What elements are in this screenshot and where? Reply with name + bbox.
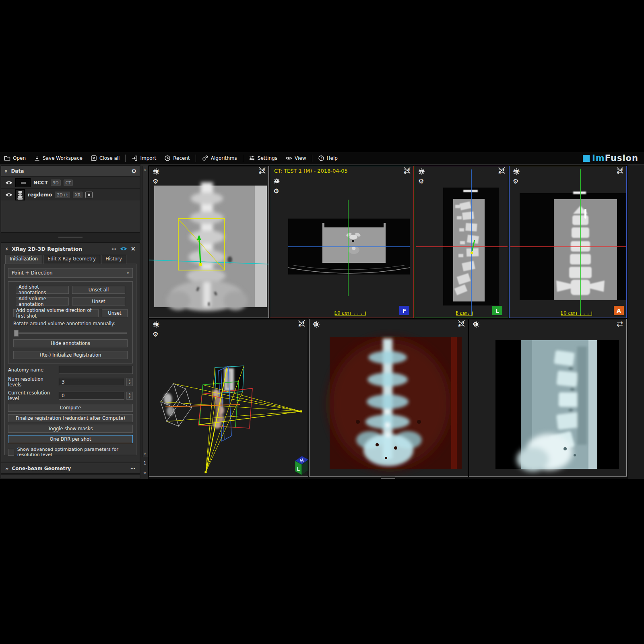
add-shot-annotations-button[interactable]: Add shot annotations — [16, 286, 69, 294]
viewport-3d-scene[interactable]: H L ≡ ⚙ ⇄ — [149, 319, 308, 477]
viewport-settings-icon[interactable]: ⚙ — [513, 178, 520, 185]
tab-history[interactable]: History — [101, 255, 126, 264]
collapsed-panel-strip — [1, 475, 140, 478]
compute-button[interactable]: Compute — [8, 404, 133, 412]
shot-annotation-overlay[interactable] — [149, 166, 269, 318]
anatomy-name-input[interactable] — [62, 367, 130, 373]
eye-icon — [285, 155, 292, 161]
hide-annotations-button[interactable]: Hide annotations — [13, 339, 128, 347]
maximize-icon[interactable] — [298, 320, 305, 327]
xray-lateral-image[interactable] — [469, 319, 627, 477]
view-button[interactable]: View — [281, 152, 310, 164]
reinitialize-registration-button[interactable]: (Re-) Initialize Registration — [13, 351, 128, 359]
maximize-icon[interactable] — [498, 167, 505, 174]
scroll-up-icon[interactable]: ∧ — [142, 167, 148, 171]
viewport-xray-ap[interactable]: ≡ ⚙ ⇄ — [149, 166, 269, 318]
toolbar-separator — [243, 155, 243, 162]
unset-volume-button[interactable]: Unset — [72, 297, 125, 305]
orientation-badge-f: F — [399, 306, 409, 315]
collapse-sidebar-icon[interactable]: « — [142, 469, 148, 475]
brightness-contrast-icon[interactable] — [313, 321, 320, 328]
viewport-settings-icon[interactable]: ⚙ — [418, 178, 425, 185]
left-sidebar: » Data ⚙ NCCT 3D CT regdemo 2D+t XR — [0, 164, 141, 479]
finalize-registration-button[interactable]: Finalize registration (redundant after C… — [8, 414, 133, 422]
crosshair-overlay[interactable] — [510, 166, 627, 318]
viewport-settings-icon[interactable]: ⚙ — [153, 178, 159, 185]
toggle-show-masks-button[interactable]: Toggle show masks — [8, 425, 133, 433]
algorithms-button[interactable]: Algorithms — [198, 152, 241, 164]
advanced-params-checkbox[interactable] — [8, 449, 14, 456]
current-resolution-level-field[interactable]: 0 — [59, 392, 124, 400]
cone-beam-geometry-header[interactable]: » Cone-beam Geometry ⋯ — [1, 463, 140, 474]
viewport-resize-handle[interactable] — [381, 476, 395, 479]
panel-menu-icon[interactable]: ⋯ — [130, 466, 136, 471]
num-levels-spinner[interactable]: ∧∨ — [126, 378, 133, 386]
data-row-regdemo[interactable]: regdemo 2D+t XR — [1, 188, 140, 200]
viewport-ct-coronal[interactable]: ≡ ⚙ ⇄ 10 cm A — [509, 166, 627, 318]
maximize-icon[interactable] — [458, 320, 465, 327]
viewport-xray-lateral[interactable]: ⚙ ⇄ — [469, 319, 627, 477]
anatomy-name-field[interactable] — [59, 366, 133, 374]
panel-visibility-eye-icon[interactable] — [120, 246, 127, 251]
viewport-settings-icon[interactable]: ⚙ — [153, 331, 159, 338]
viewport-ct-sagittal[interactable]: ≡ ⚙ ⇄ 5 cm L — [415, 166, 508, 318]
unset-direction-button[interactable]: Unset — [102, 309, 128, 317]
panel-menu-icon[interactable]: ⋯ — [111, 246, 117, 252]
add-optional-direction-button[interactable]: Add optional volume direction of first s… — [13, 309, 99, 317]
collapse-chevron-icon[interactable]: » — [3, 169, 9, 173]
maximize-icon[interactable] — [617, 167, 623, 174]
tab-initialization[interactable]: Initialization — [5, 255, 42, 264]
drr-fusion-image[interactable] — [310, 319, 468, 477]
close-all-button[interactable]: Close all — [87, 152, 124, 164]
brightness-contrast-icon[interactable] — [153, 168, 160, 175]
brightness-contrast-icon[interactable] — [473, 321, 480, 328]
viewport-grid: ≡ ⚙ ⇄ — [148, 165, 628, 479]
scale-ruler: 10 cm — [560, 311, 575, 316]
slider-handle[interactable] — [14, 330, 19, 336]
recent-button[interactable]: Recent — [160, 152, 194, 164]
tab-edit-xray-geometry[interactable]: Edit X-Ray Geometry — [43, 255, 100, 264]
crosshair-overlay[interactable] — [270, 166, 414, 318]
num-resolution-levels-field[interactable]: 3 — [59, 378, 124, 386]
settings-button[interactable]: Settings — [245, 152, 281, 164]
open-button[interactable]: Open — [0, 152, 30, 164]
slider-track[interactable] — [14, 332, 127, 334]
viewport-settings-icon[interactable]: ⚙ — [273, 188, 280, 195]
swap-views-icon[interactable]: ⇄ — [617, 320, 623, 327]
help-button[interactable]: ? Help — [314, 152, 342, 164]
brightness-contrast-icon[interactable] — [153, 321, 160, 328]
panel-splitter[interactable] — [0, 233, 141, 242]
maximize-icon[interactable] — [259, 167, 266, 174]
panel-close-icon[interactable]: × — [130, 245, 136, 252]
brightness-contrast-icon[interactable] — [273, 178, 281, 185]
imfusion-logo: ImFusion — [583, 153, 638, 163]
brightness-contrast-icon[interactable] — [418, 168, 425, 175]
init-method-dropdown[interactable]: Point + Direction ∨ — [8, 268, 133, 278]
brightness-contrast-icon[interactable] — [513, 168, 520, 175]
viewport-ct-axial[interactable]: CT: TEST 1 (M) - 2018-04-05 ≡ ⚙ ⇄ 10 cm … — [270, 166, 414, 318]
scroll-down-icon[interactable]: ∨ — [142, 452, 148, 456]
unset-all-button[interactable]: Unset all — [72, 286, 125, 294]
rotate-slider[interactable] — [14, 330, 127, 336]
import-button[interactable]: Import — [127, 152, 160, 164]
data-row-ncct[interactable]: NCCT 3D CT — [1, 176, 140, 188]
viewport-drr-overlay[interactable]: ⚙ ⇄ — [309, 319, 468, 477]
current-level-spinner[interactable]: ∧∨ — [126, 392, 133, 400]
dataset-tag-2dt: 2D+t — [55, 192, 70, 198]
expand-chevron-icon[interactable]: » — [5, 465, 8, 471]
collapse-chevron-icon[interactable]: » — [4, 247, 10, 250]
visibility-eye-icon[interactable] — [5, 180, 12, 185]
cone-beam-3d-scene[interactable]: H L — [149, 319, 308, 477]
save-workspace-button[interactable]: Save Workspace — [30, 152, 87, 164]
visibility-eye-icon[interactable] — [5, 192, 12, 197]
maximize-icon[interactable] — [404, 167, 411, 174]
data-settings-gear-icon[interactable]: ⚙ — [131, 167, 136, 175]
dataset-thumbnail — [15, 178, 31, 187]
crosshair-overlay[interactable] — [415, 166, 508, 318]
add-volume-annotation-button[interactable]: Add volume annotation — [16, 297, 69, 305]
registration-panel-header[interactable]: » XRay 2D-3D Registration ⋯ × — [1, 243, 140, 255]
sidebar-scrollbar[interactable] — [142, 166, 148, 457]
data-panel-header[interactable]: » Data ⚙ — [1, 166, 140, 176]
one-drr-per-shot-button[interactable]: One DRR per shot — [8, 435, 133, 443]
current-resolution-level-label: Current resolution level — [8, 390, 56, 401]
